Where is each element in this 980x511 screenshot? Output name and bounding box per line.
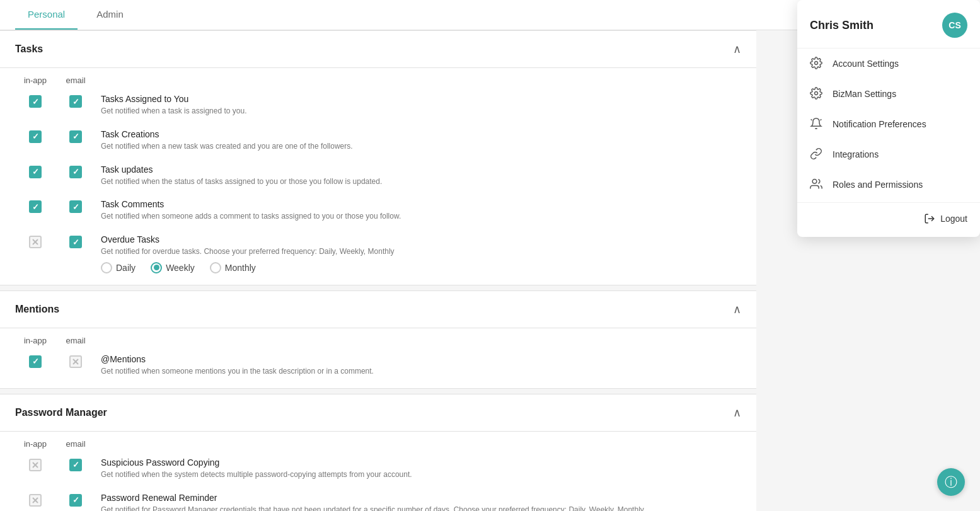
menu-item-account-settings[interactable]: Account Settings (797, 49, 980, 79)
inapp-cell-tasks-assigned (15, 94, 55, 108)
menu-item-notification-preferences[interactable]: Notification Preferences (797, 109, 980, 139)
inapp-checkbox-task-creations[interactable] (29, 130, 42, 143)
section-tasks: Tasks∧in-appemailTasks Assigned to YouGe… (0, 30, 756, 285)
notif-title-suspicious-password: Suspicious Password Copying (101, 457, 741, 468)
notif-desc-task-updates: Get notified when the status of tasks as… (101, 176, 741, 187)
col-headers-mentions: in-appemail (0, 328, 756, 348)
section-header-tasks: Tasks∧ (0, 31, 756, 68)
support-bubble[interactable]: ⓘ (937, 468, 965, 496)
radio-option-overdue-tasks-daily[interactable]: Daily (101, 262, 135, 273)
email-checkbox-suspicious-password[interactable] (69, 459, 82, 471)
section-body-tasks: Tasks Assigned to YouGet notified when a… (0, 88, 756, 285)
menu-icon-roles-permissions (810, 178, 824, 192)
notif-row-tasks-assigned: Tasks Assigned to YouGet notified when a… (0, 88, 756, 123)
email-cell-suspicious-password (55, 457, 96, 471)
section-password-manager: Password Manager∧in-appemailSuspicious P… (0, 394, 756, 511)
notif-desc-task-comments: Get notified when someone adds a comment… (101, 211, 741, 222)
notif-title-task-creations: Task Creations (101, 129, 741, 139)
tab-admin[interactable]: Admin (84, 0, 136, 30)
section-title-mentions: Mentions (15, 304, 59, 315)
section-header-mentions: Mentions∧ (0, 291, 756, 328)
radio-circle-overdue-tasks-daily (101, 262, 112, 273)
svg-point-8 (815, 62, 818, 65)
tab-personal[interactable]: Personal (15, 0, 78, 30)
svg-point-12 (812, 180, 817, 184)
inapp-cell-password-renewal (15, 493, 55, 507)
menu-item-roles-permissions[interactable]: Roles and Permissions (797, 169, 980, 200)
email-checkbox-overdue-tasks[interactable] (69, 236, 82, 248)
email-cell-password-renewal (55, 493, 96, 507)
chevron-up-icon-mentions[interactable]: ∧ (733, 302, 741, 316)
notif-desc-task-creations: Get notified when a new task was created… (101, 141, 741, 152)
inapp-checkbox-task-updates[interactable] (29, 166, 42, 178)
inapp-cell-suspicious-password (15, 457, 55, 471)
email-checkbox-task-updates[interactable] (69, 166, 82, 178)
menu-icon-bizman-settings (810, 87, 824, 101)
email-cell-task-creations (55, 129, 96, 143)
section-header-password-manager: Password Manager∧ (0, 394, 756, 432)
notif-content-overdue-tasks: Overdue TasksGet notified for overdue ta… (101, 234, 741, 273)
inapp-cell-task-creations (15, 129, 55, 143)
email-cell-task-updates (55, 164, 96, 178)
inapp-cell-task-updates (15, 164, 55, 178)
email-cell-at-mentions (55, 354, 96, 368)
radio-circle-overdue-tasks-weekly (151, 262, 162, 273)
notif-title-overdue-tasks: Overdue Tasks (101, 234, 741, 244)
email-checkbox-tasks-assigned[interactable] (69, 95, 82, 108)
menu-label-integrations: Integrations (833, 149, 879, 159)
inapp-checkbox-tasks-assigned[interactable] (29, 95, 42, 108)
chevron-up-icon-tasks[interactable]: ∧ (733, 42, 741, 56)
inapp-checkbox-password-renewal[interactable] (29, 494, 42, 507)
chevron-up-icon-password-manager[interactable]: ∧ (733, 406, 741, 420)
col-header-inapp: in-app (15, 76, 55, 85)
menu-icon-notification-preferences (810, 117, 824, 131)
svg-point-9 (815, 92, 818, 95)
support-icon: ⓘ (945, 474, 957, 491)
inapp-checkbox-at-mentions[interactable] (29, 355, 42, 368)
notif-desc-password-renewal: Get notified for Password Manager creden… (101, 505, 741, 511)
email-checkbox-password-renewal[interactable] (69, 494, 82, 507)
notif-desc-at-mentions: Get notified when someone mentions you i… (101, 366, 741, 377)
notif-content-task-comments: Task CommentsGet notified when someone a… (101, 199, 741, 222)
notif-title-password-renewal: Password Renewal Reminder (101, 493, 741, 503)
notif-row-password-renewal: Password Renewal ReminderGet notified fo… (0, 486, 756, 511)
inapp-cell-overdue-tasks (15, 234, 55, 248)
inapp-checkbox-suspicious-password[interactable] (29, 459, 42, 471)
email-cell-tasks-assigned (55, 94, 96, 108)
email-checkbox-at-mentions[interactable] (69, 355, 82, 368)
user-name: Chris Smith (810, 19, 873, 32)
col-header-email: email (55, 336, 96, 345)
radio-option-overdue-tasks-monthly[interactable]: Monthly (210, 262, 256, 273)
section-mentions: Mentions∧in-appemail@MentionsGet notifie… (0, 290, 756, 389)
svg-line-10 (811, 119, 812, 120)
radio-circle-overdue-tasks-monthly (210, 262, 221, 273)
notif-content-at-mentions: @MentionsGet notified when someone menti… (101, 354, 741, 377)
col-headers-tasks: in-appemail (0, 68, 756, 88)
notif-row-task-updates: Task updatesGet notified when the status… (0, 158, 756, 193)
radio-label-overdue-tasks-daily: Daily (116, 263, 135, 273)
logout-button[interactable]: Logout (797, 205, 980, 227)
section-title-password-manager: Password Manager (15, 407, 107, 418)
notif-row-task-creations: Task CreationsGet notified when a new ta… (0, 123, 756, 158)
email-cell-overdue-tasks (55, 234, 96, 248)
notif-row-suspicious-password: Suspicious Password CopyingGet notified … (0, 451, 756, 486)
menu-label-bizman-settings: BizMan Settings (833, 89, 896, 99)
menu-item-bizman-settings[interactable]: BizMan Settings (797, 79, 980, 109)
inapp-checkbox-task-comments[interactable] (29, 200, 42, 213)
menu-item-integrations[interactable]: Integrations (797, 139, 980, 169)
radio-row-overdue-tasks: DailyWeeklyMonthly (101, 262, 741, 273)
notif-desc-tasks-assigned: Get notified when a task is assigned to … (101, 106, 741, 117)
notif-desc-overdue-tasks: Get notified for overdue tasks. Choose y… (101, 246, 741, 257)
col-headers-password-manager: in-appemail (0, 432, 756, 451)
inapp-checkbox-overdue-tasks[interactable] (29, 236, 42, 248)
menu-label-account-settings: Account Settings (833, 59, 899, 69)
user-menu: Chris Smith CS Account SettingsBizMan Se… (797, 0, 980, 237)
col-header-inapp: in-app (15, 336, 55, 345)
user-menu-header: Chris Smith CS (797, 0, 980, 49)
email-checkbox-task-creations[interactable] (69, 130, 82, 143)
notif-title-at-mentions: @Mentions (101, 354, 741, 364)
radio-option-overdue-tasks-weekly[interactable]: Weekly (151, 262, 195, 273)
section-body-password-manager: Suspicious Password CopyingGet notified … (0, 451, 756, 511)
email-checkbox-task-comments[interactable] (69, 200, 82, 213)
notif-row-at-mentions: @MentionsGet notified when someone menti… (0, 348, 756, 383)
